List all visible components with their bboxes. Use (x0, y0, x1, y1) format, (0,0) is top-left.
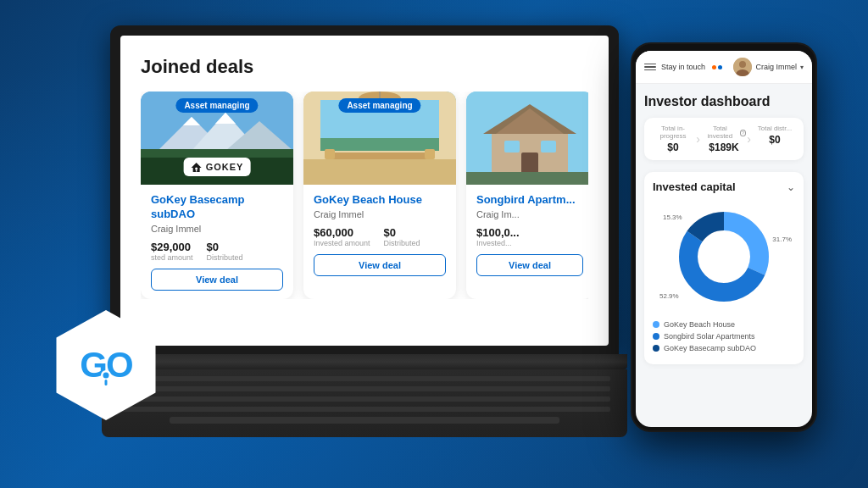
invested-capital-title: Invested capital (653, 180, 736, 193)
deal-amounts-beach: $60,000 Invested amount $0 Distributed (314, 226, 446, 247)
svg-point-33 (739, 61, 746, 68)
svg-rect-28 (119, 386, 610, 391)
laptop-content: Joined deals (120, 36, 609, 346)
deal-card-beach: Asset managing GoKey Beach House Craig I… (303, 92, 456, 299)
deal-owner-basecamp: Craig Immel (151, 224, 283, 234)
donut-chart-container: 15.3% 31.7% 52.9% (653, 202, 795, 312)
deal-card-songbird: Songbird Apartm... Craig Im... $100,0...… (466, 92, 588, 299)
gokey-brand-text: GOKEY (206, 162, 244, 172)
legend-item-songbird: Songbird Solar Apartments (653, 332, 795, 341)
asset-badge-basecamp: Asset managing (175, 98, 258, 113)
svg-rect-18 (303, 159, 456, 185)
svg-rect-24 (541, 141, 556, 152)
deals-grid: GOKEY Asset managing GoKey Basecamp subD… (141, 92, 588, 299)
deal-title-songbird: Songbird Apartm... (476, 193, 583, 208)
svg-rect-23 (504, 141, 520, 152)
deal-card-img-basecamp: GOKEY Asset managing (141, 92, 293, 185)
distributed-label-beach: Distributed (384, 239, 420, 247)
laptop-base (102, 354, 627, 369)
deal-card-body-basecamp: GoKey Basecamp subDAO Craig Immel $29,00… (141, 185, 293, 299)
phone-inner: Stay in touch (632, 44, 815, 430)
invested-col-beach: $60,000 Invested amount (314, 226, 370, 247)
stat-label-distributed: Total distr... (753, 125, 797, 132)
investor-dashboard-title: Investor dashboard (644, 94, 804, 109)
svg-rect-39 (105, 380, 108, 385)
svg-rect-31 (170, 417, 559, 424)
status-dots (712, 65, 722, 69)
deal-title-beach: GoKey Beach House (314, 193, 446, 208)
chart-legend: GoKey Beach House Songbird Solar Apartme… (653, 320, 795, 352)
chart-label-31: 31.7% (772, 236, 792, 243)
invested-label-songbird: Invested... (476, 239, 520, 247)
phone-header: Stay in touch (636, 51, 812, 84)
hamburger-line-3 (644, 69, 656, 71)
gokey-house-svg (191, 161, 203, 173)
laptop-screen: Joined deals (120, 36, 609, 346)
invested-col-songbird: $100,0... Invested... (476, 226, 520, 247)
user-name: Craig Immel (755, 63, 797, 71)
view-deal-button-beach[interactable]: View deal (314, 254, 446, 276)
svg-point-8 (195, 168, 198, 170)
invested-value-songbird: $100,0... (476, 226, 520, 239)
legend-label-basecamp: GoKey Basecamp subDAO (664, 344, 756, 352)
svg-rect-17 (425, 149, 435, 159)
svg-rect-30 (119, 407, 610, 412)
status-dot-blue (718, 65, 722, 69)
stat-label-invested: Total invested (702, 125, 738, 140)
laptop-bezel: Joined deals (110, 25, 619, 356)
view-deal-button-songbird[interactable]: View deal (476, 254, 583, 276)
donut-hole (700, 233, 748, 280)
distributed-col-basecamp: $0 Distributed (207, 241, 243, 262)
distributed-col-beach: $0 Distributed (384, 226, 420, 247)
phone-screen: Stay in touch (636, 51, 812, 427)
go-hexagon-content: GO (51, 310, 161, 420)
invested-col-basecamp: $29,000 sted amount (151, 241, 193, 262)
laptop-keyboard (102, 369, 627, 437)
deal-card-body-songbird: Songbird Apartm... Craig Im... $100,0...… (466, 185, 588, 285)
phone-body: Investor dashboard Total in-progress $0 … (636, 84, 812, 424)
stat-label-row-invested: Total invested ? (702, 125, 746, 141)
svg-rect-16 (325, 149, 335, 159)
invested-value-beach: $60,000 (314, 226, 370, 239)
stat-total-invested: Total invested ? $189K (698, 125, 749, 153)
distributed-label-basecamp: Distributed (207, 253, 243, 262)
hamburger-icon[interactable] (644, 64, 656, 71)
invested-label-beach: Invested amount (314, 239, 370, 247)
stat-value-in-progress: $0 (651, 141, 695, 153)
distributed-value-basecamp: $0 (207, 241, 243, 253)
svg-rect-9 (196, 170, 197, 172)
status-dot-orange (712, 65, 716, 69)
deal-owner-songbird: Craig Im... (476, 209, 583, 219)
deal-owner-beach: Craig Immel (314, 209, 446, 219)
phone-header-right: Craig Immel ▾ (733, 58, 804, 76)
view-deal-button-basecamp[interactable]: View deal (151, 269, 283, 291)
chart-label-15: 15.3% (663, 214, 682, 221)
user-menu-chevron[interactable]: ▾ (800, 64, 804, 71)
invested-capital-section: Invested capital ⌄ (644, 172, 804, 364)
hamburger-line-1 (644, 64, 656, 65)
deal-card-body-beach: GoKey Beach House Craig Immel $60,000 In… (303, 185, 456, 285)
chalet-svg (466, 92, 588, 185)
distributed-value-beach: $0 (384, 226, 420, 239)
deal-title-basecamp: GoKey Basecamp subDAO (151, 193, 283, 222)
avatar-svg (733, 58, 752, 76)
invested-capital-chevron[interactable]: ⌄ (787, 181, 795, 193)
svg-rect-26 (466, 172, 588, 185)
invested-label-basecamp: sted amount (151, 253, 193, 262)
go-logo: GO (51, 310, 161, 420)
stat-info-icon: ? (740, 130, 746, 136)
asset-badge-beach: Asset managing (338, 98, 420, 113)
legend-dot-basecamp (653, 345, 659, 352)
legend-label-beach: GoKey Beach House (664, 320, 735, 329)
stat-total-distributed: Total distr... $0 (749, 125, 800, 153)
deal-amounts-basecamp: $29,000 sted amount $0 Distributed (151, 241, 283, 262)
svg-rect-29 (119, 396, 610, 402)
phone-header-left: Stay in touch (644, 63, 722, 71)
hamburger-line-2 (644, 66, 656, 68)
go-keyhole-svg (98, 369, 114, 386)
legend-label-songbird: Songbird Solar Apartments (664, 332, 755, 341)
gokey-logo: GOKEY (184, 158, 251, 176)
page-title: Joined deals (141, 56, 588, 78)
stat-label-in-progress: Total in-progress (651, 125, 695, 140)
invested-capital-header[interactable]: Invested capital ⌄ (653, 180, 795, 193)
